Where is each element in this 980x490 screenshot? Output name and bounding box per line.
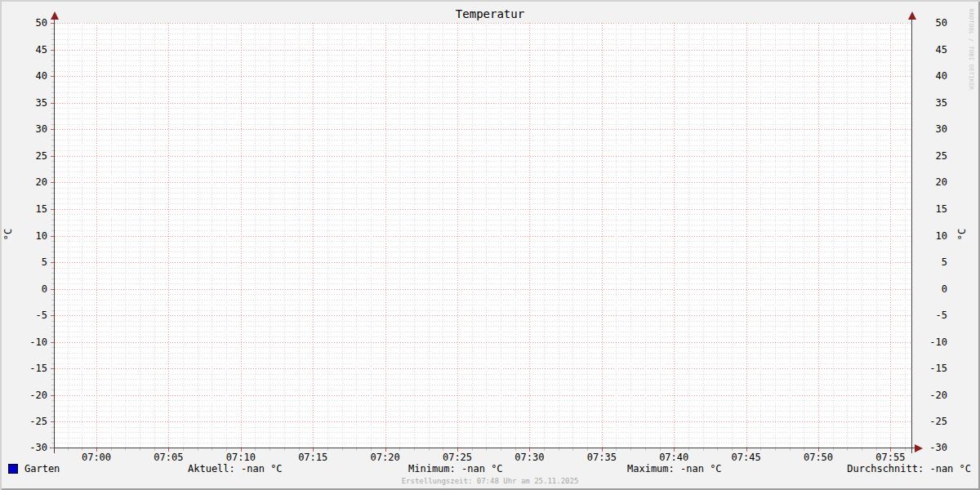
gridline-v-minor bbox=[572, 23, 573, 448]
y-axis-tick bbox=[51, 161, 54, 162]
y-tick-label-left: -10 bbox=[7, 336, 47, 348]
x-axis-tick bbox=[790, 448, 791, 451]
y-tick-label-left: 20 bbox=[7, 176, 47, 188]
gridline-v-minor bbox=[587, 23, 588, 448]
y-axis-tick bbox=[51, 342, 54, 343]
x-axis-tick bbox=[630, 448, 631, 451]
x-axis-tick bbox=[804, 448, 804, 451]
y-axis-tick bbox=[51, 283, 54, 284]
x-axis-tick bbox=[862, 448, 862, 451]
gridline-v-major bbox=[746, 23, 747, 448]
gridline-v-minor bbox=[399, 23, 400, 448]
y-axis-tick bbox=[51, 177, 54, 178]
y-axis-tick bbox=[51, 432, 54, 433]
y-tick-label-right: 25 bbox=[920, 150, 947, 162]
y-tick-label-right: 30 bbox=[920, 123, 947, 135]
gridline-v-minor bbox=[790, 23, 791, 448]
gridline-v-minor bbox=[255, 23, 256, 448]
y-axis-tick bbox=[51, 44, 54, 45]
x-axis-tick bbox=[111, 448, 112, 451]
gridline-v-minor bbox=[876, 23, 877, 448]
y-axis-tick bbox=[51, 241, 54, 242]
y-tick-label-left: -20 bbox=[7, 390, 47, 401]
y-tick-label-right: -25 bbox=[920, 416, 947, 427]
y-axis-tick bbox=[51, 315, 54, 316]
y-axis-arrow-right-icon bbox=[908, 11, 916, 20]
gridline-v-minor bbox=[414, 23, 415, 448]
gridline-v-major bbox=[602, 23, 603, 448]
y-tick-label-left: 0 bbox=[7, 283, 47, 295]
y-axis-tick bbox=[51, 400, 54, 401]
y-axis-tick bbox=[51, 140, 54, 140]
y-tick-label-left: 30 bbox=[7, 123, 47, 135]
gridline-v-minor bbox=[429, 23, 430, 448]
y-axis-tick bbox=[51, 103, 54, 104]
y-tick-label-left: 25 bbox=[7, 150, 47, 162]
rrdtool-graph: Temperatur RRDTOOL / TOBI OETIKER °C °C … bbox=[0, 0, 980, 490]
y-axis-tick bbox=[51, 411, 54, 412]
gridline-v-minor bbox=[125, 23, 126, 448]
x-axis-tick bbox=[660, 448, 661, 451]
y-tick-label-left: -5 bbox=[7, 310, 47, 321]
x-axis-tick bbox=[68, 448, 69, 451]
y-tick-label-left: 5 bbox=[7, 256, 47, 268]
y-axis-tick bbox=[51, 55, 54, 56]
y-axis-tick bbox=[51, 65, 54, 66]
x-axis-tick bbox=[544, 448, 545, 451]
y-axis-tick bbox=[51, 33, 54, 34]
y-axis-tick bbox=[51, 23, 54, 24]
y-axis-tick bbox=[51, 129, 54, 130]
y-tick-label-right: 20 bbox=[920, 176, 947, 188]
gridline-v-minor bbox=[140, 23, 140, 448]
y-axis-tick bbox=[51, 421, 54, 422]
gridline-v-minor bbox=[270, 23, 270, 448]
x-axis-tick bbox=[212, 448, 212, 451]
gridline-v-minor bbox=[717, 23, 718, 448]
y-axis-tick bbox=[51, 150, 54, 151]
x-tick-label: 07:45 bbox=[722, 452, 771, 463]
gridline-v-major bbox=[96, 23, 97, 448]
y-tick-label-left: 15 bbox=[7, 203, 47, 215]
y-axis-tick bbox=[51, 273, 54, 274]
gridline-v-minor bbox=[905, 23, 906, 448]
creation-timestamp: Erstellungszeit: 07:48 Uhr am 25.11.2025 bbox=[0, 477, 980, 486]
gridline-v-major bbox=[890, 23, 891, 448]
y-axis-tick bbox=[51, 385, 54, 385]
y-axis-tick bbox=[51, 289, 54, 290]
gridline-v-minor bbox=[154, 23, 155, 448]
y-axis-tick bbox=[51, 71, 54, 72]
x-axis-tick bbox=[559, 448, 559, 451]
gridline-v-minor bbox=[544, 23, 545, 448]
y-axis-unit-right: °C bbox=[956, 218, 968, 251]
x-tick-label: 07:05 bbox=[144, 452, 193, 463]
y-axis-tick bbox=[51, 182, 54, 183]
gridline-v-minor bbox=[371, 23, 372, 448]
y-tick-label-right: -20 bbox=[920, 390, 947, 401]
y-axis-tick bbox=[51, 368, 54, 369]
y-axis-tick bbox=[51, 114, 54, 114]
y-tick-label-right: 50 bbox=[920, 17, 947, 29]
gridline-v-minor bbox=[703, 23, 704, 448]
y-axis-tick bbox=[51, 209, 54, 210]
y-tick-label-left: -15 bbox=[7, 363, 47, 374]
x-axis-tick bbox=[125, 448, 126, 451]
y-axis-tick bbox=[51, 230, 54, 231]
gridline-v-minor bbox=[630, 23, 631, 448]
plot-area bbox=[55, 23, 912, 448]
y-axis-tick bbox=[51, 262, 54, 263]
y-tick-label-right: 35 bbox=[920, 97, 947, 109]
x-axis-tick bbox=[226, 448, 227, 451]
y-tick-label-left: 45 bbox=[7, 44, 47, 56]
y-tick-label-right: -10 bbox=[920, 336, 947, 348]
x-axis-tick bbox=[688, 448, 689, 451]
y-axis-tick bbox=[51, 321, 54, 322]
legend-stat-durchschnitt: Durchschnitt: -nan °C bbox=[847, 463, 971, 474]
gridline-v-minor bbox=[501, 23, 501, 448]
x-axis-tick bbox=[299, 448, 300, 451]
y-tick-label-left: -25 bbox=[7, 416, 47, 427]
y-axis-tick bbox=[51, 167, 54, 167]
gridline-v-minor bbox=[775, 23, 776, 448]
gridline-v-minor bbox=[804, 23, 804, 448]
y-axis-tick bbox=[51, 443, 54, 443]
x-axis-tick bbox=[717, 448, 718, 451]
